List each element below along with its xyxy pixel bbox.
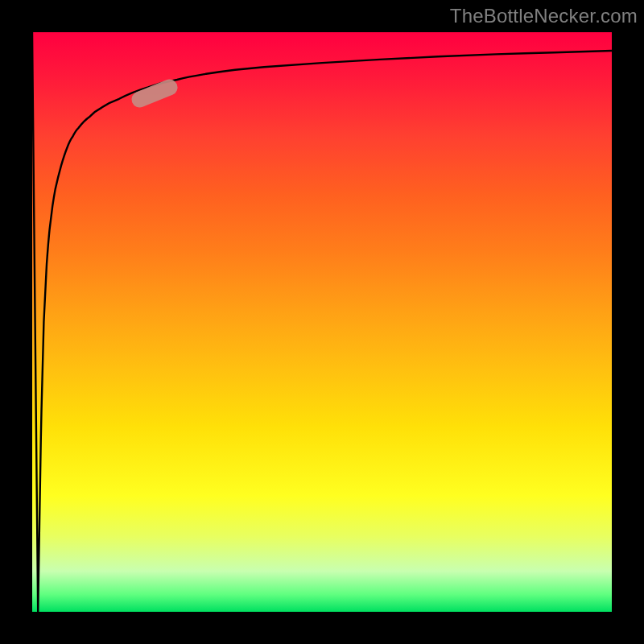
plot-gradient-area bbox=[32, 32, 612, 612]
watermark-text: TheBottleNecker.com bbox=[450, 5, 638, 27]
chart-container: TheBottleNecker.com bbox=[0, 0, 644, 644]
